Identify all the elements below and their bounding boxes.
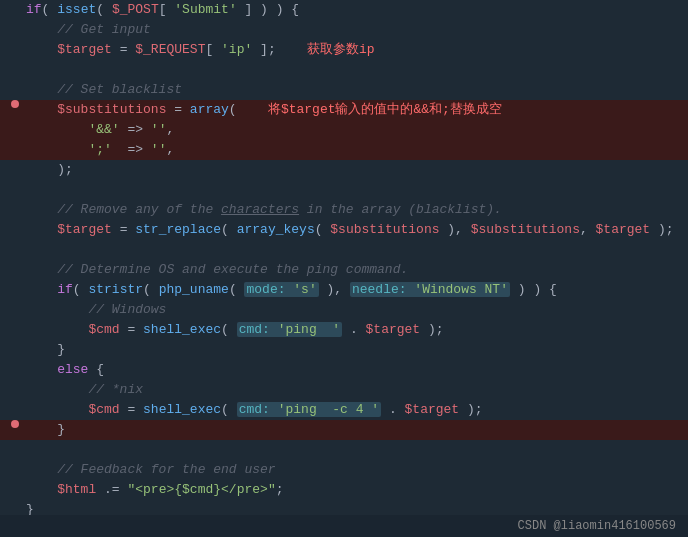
watermark-bar: CSDN @liaomin416100569 xyxy=(0,515,688,537)
line-text-2: // Get input xyxy=(26,20,688,40)
line-text-25: $html .= "<pre>{$cmd}</pre>"; xyxy=(26,480,688,500)
line-text-5: // Set blacklist xyxy=(26,80,688,100)
code-line-14: // Determine OS and execute the ping com… xyxy=(0,260,688,280)
line-text-14: // Determine OS and execute the ping com… xyxy=(26,260,688,280)
code-line-17: $cmd = shell_exec( cmd: 'ping ' . $targe… xyxy=(0,320,688,340)
line-text-16: // Windows xyxy=(26,300,688,320)
code-line-25: $html .= "<pre>{$cmd}</pre>"; xyxy=(0,480,688,500)
line-text-22: } xyxy=(26,420,688,440)
line-text-9: ); xyxy=(26,160,688,180)
code-line-23 xyxy=(0,440,688,460)
gutter-22 xyxy=(8,420,22,428)
code-line-20: // *nix xyxy=(0,380,688,400)
line-text-7: '&&' => '', xyxy=(26,120,688,140)
code-line-15: if( stristr( php_uname( mode: 's' ), nee… xyxy=(0,280,688,300)
line-text-8: ';' => '', xyxy=(26,140,688,160)
code-line-11: // Remove any of the characters in the a… xyxy=(0,200,688,220)
code-line-13 xyxy=(0,240,688,260)
watermark-text: CSDN @liaomin416100569 xyxy=(518,519,676,533)
code-line-7: '&&' => '', xyxy=(0,120,688,140)
code-line-21: $cmd = shell_exec( cmd: 'ping -c 4 ' . $… xyxy=(0,400,688,420)
line-text-23 xyxy=(26,440,688,460)
code-line-16: // Windows xyxy=(0,300,688,320)
line-text-15: if( stristr( php_uname( mode: 's' ), nee… xyxy=(26,280,688,300)
code-container: if( isset( $_POST[ 'Submit' ] ) ) { // G… xyxy=(0,0,688,537)
line-text-13 xyxy=(26,240,688,260)
line-text-21: $cmd = shell_exec( cmd: 'ping -c 4 ' . $… xyxy=(26,400,688,420)
line-text-4 xyxy=(26,60,688,80)
line-text-3: $target = $_REQUEST[ 'ip' ]; 获取参数ip xyxy=(26,40,688,60)
line-text-19: else { xyxy=(26,360,688,380)
code-line-2: // Get input xyxy=(0,20,688,40)
code-line-24: // Feedback for the end user xyxy=(0,460,688,480)
code-line-3: $target = $_REQUEST[ 'ip' ]; 获取参数ip xyxy=(0,40,688,60)
line-text-1: if( isset( $_POST[ 'Submit' ] ) ) { xyxy=(26,0,688,20)
line-text-20: // *nix xyxy=(26,380,688,400)
code-line-22: } xyxy=(0,420,688,440)
line-text-10 xyxy=(26,180,688,200)
code-line-9: ); xyxy=(0,160,688,180)
code-line-19: else { xyxy=(0,360,688,380)
code-line-18: } xyxy=(0,340,688,360)
code-line-10 xyxy=(0,180,688,200)
code-line-8: ';' => '', xyxy=(0,140,688,160)
line-text-17: $cmd = shell_exec( cmd: 'ping ' . $targe… xyxy=(26,320,688,340)
gutter-6 xyxy=(8,100,22,108)
code-line-4 xyxy=(0,60,688,80)
code-line-5: // Set blacklist xyxy=(0,80,688,100)
code-line-6: $substitutions = array( 将$target输入的值中的&&… xyxy=(0,100,688,120)
line-text-6: $substitutions = array( 将$target输入的值中的&&… xyxy=(26,100,688,120)
line-text-12: $target = str_replace( array_keys( $subs… xyxy=(26,220,688,240)
line-text-11: // Remove any of the characters in the a… xyxy=(26,200,688,220)
code-line-1: if( isset( $_POST[ 'Submit' ] ) ) { xyxy=(0,0,688,20)
line-text-24: // Feedback for the end user xyxy=(26,460,688,480)
code-line-12: $target = str_replace( array_keys( $subs… xyxy=(0,220,688,240)
line-text-18: } xyxy=(26,340,688,360)
